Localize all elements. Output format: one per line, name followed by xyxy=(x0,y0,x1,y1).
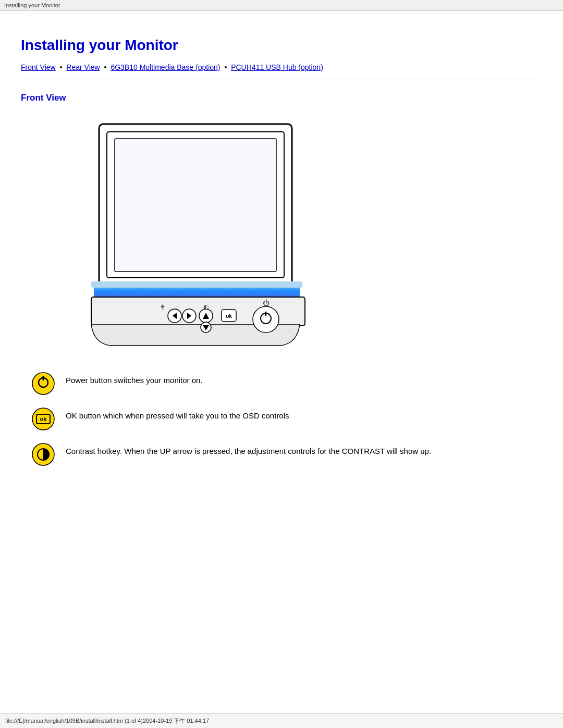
power-legend-icon xyxy=(31,372,55,396)
nav-separator-3: • xyxy=(224,63,229,71)
legend-text-ok: OK button which when pressed will take y… xyxy=(66,406,289,422)
legend-section: Power button switches your monitor on. o… xyxy=(21,371,542,466)
front-view-section: Front View xyxy=(21,93,542,466)
nav-links: Front View • Rear View • 6G3B10 Multimed… xyxy=(21,63,542,71)
status-bar: file:///E|/manual/english/109B/install/i… xyxy=(0,713,563,728)
legend-item-ok: ok OK button which when pressed will tak… xyxy=(31,406,542,431)
nav-link-pcuh411[interactable]: PCUH411 USB Hub (option) xyxy=(231,63,323,71)
monitor-svg: ✦ ☼ ◐ xyxy=(63,114,323,355)
svg-text:ok: ok xyxy=(40,416,47,422)
legend-item-contrast: Contrast hotkey. When the UP arrow is pr… xyxy=(31,441,542,466)
browser-tab: Installing your Monitor xyxy=(0,0,563,11)
legend-text-power: Power button switches your monitor on. xyxy=(66,371,203,387)
legend-item-power: Power button switches your monitor on. xyxy=(31,371,542,396)
svg-text:⏻: ⏻ xyxy=(263,299,270,307)
contrast-legend-icon xyxy=(31,442,55,466)
svg-point-20 xyxy=(253,306,279,332)
svg-rect-4 xyxy=(91,281,302,288)
nav-link-6g3b10[interactable]: 6G3B10 Multimedia Base (option) xyxy=(111,63,220,71)
nav-link-front-view[interactable]: Front View xyxy=(21,63,56,71)
page-title: Installing your Monitor xyxy=(21,37,542,54)
svg-text:☼: ☼ xyxy=(160,304,165,311)
svg-point-24 xyxy=(32,373,54,394)
section-divider xyxy=(21,80,542,80)
ok-legend-icon: ok xyxy=(31,407,55,431)
svg-rect-2 xyxy=(115,139,276,272)
front-view-title: Front View xyxy=(21,93,542,103)
nav-separator-2: • xyxy=(104,63,109,71)
legend-text-contrast: Contrast hotkey. When the UP arrow is pr… xyxy=(66,441,431,458)
nav-link-rear-view[interactable]: Rear View xyxy=(66,63,100,71)
nav-separator-1: • xyxy=(60,63,65,71)
monitor-illustration: ✦ ☼ ◐ xyxy=(63,114,542,355)
svg-text:ok: ok xyxy=(226,313,232,319)
